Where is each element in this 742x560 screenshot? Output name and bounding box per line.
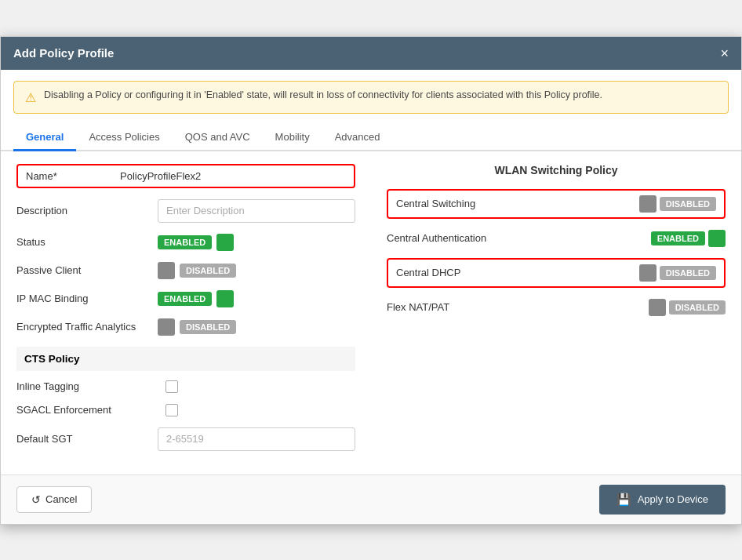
central-dhcp-toggle[interactable]: DISABLED [639,264,716,282]
passive-client-row: Passive Client DISABLED [16,262,355,279]
status-label: Status [16,236,158,248]
central-switching-label: Central Switching [396,198,639,209]
warning-banner: ⚠ Disabling a Policy or configuring it i… [13,81,729,114]
cancel-label: Cancel [45,493,77,505]
ip-mac-row: IP MAC Binding ENABLED [16,290,355,307]
encrypted-toggle[interactable]: DISABLED [158,318,236,336]
inline-tagging-label: Inline Tagging [16,380,158,392]
default-sgt-row: Default SGT [16,427,355,451]
modal-footer: ↺ Cancel 💾 Apply to Device [1,475,741,524]
encrypted-row: Encrypted Traffic Analytics DISABLED [16,318,355,336]
central-auth-row: Central Authentication ENABLED [387,230,726,247]
central-switching-toggle[interactable]: DISABLED [639,195,716,213]
ip-mac-toggle[interactable]: ENABLED [158,290,234,307]
sgacl-checkbox[interactable] [165,404,178,416]
passive-client-toggle[interactable]: DISABLED [158,262,236,279]
flex-nat-row: Flex NAT/PAT DISABLED [387,299,726,316]
name-label: Name* [26,170,120,182]
flex-nat-label: Flex NAT/PAT [387,301,649,313]
tab-qos-avc[interactable]: QOS and AVC [173,125,263,151]
description-input[interactable] [158,199,355,223]
name-input[interactable] [120,170,346,182]
status-toggle[interactable]: ENABLED [158,234,234,251]
encrypted-value: DISABLED [180,320,236,334]
passive-client-label: Passive Client [16,264,158,276]
description-row: Description [16,199,355,223]
central-dhcp-value: DISABLED [660,266,716,280]
inline-tagging-row: Inline Tagging [16,380,355,393]
sgacl-label: SGACL Enforcement [16,404,158,416]
flex-nat-switch[interactable] [649,299,666,316]
default-sgt-label: Default SGT [16,433,158,445]
ip-mac-label: IP MAC Binding [16,293,158,304]
passive-client-switch[interactable] [158,262,175,279]
description-label: Description [16,205,158,216]
tab-general[interactable]: General [13,125,76,151]
wlan-title: WLAN Switching Policy [387,164,726,176]
status-value: ENABLED [158,235,212,249]
sgacl-row: SGACL Enforcement [16,404,355,416]
flex-nat-toggle[interactable]: DISABLED [649,299,726,316]
encrypted-label: Encrypted Traffic Analytics [16,321,158,333]
central-switching-row: Central Switching DISABLED [387,189,726,219]
warning-text: Disabling a Policy or configuring it in … [44,89,602,100]
modal: Add Policy Profile × ⚠ Disabling a Polic… [0,36,742,525]
cts-section-title: CTS Policy [16,347,355,371]
default-sgt-input[interactable] [158,427,355,451]
encrypted-switch[interactable] [158,318,175,336]
ip-mac-value: ENABLED [158,292,212,306]
modal-header: Add Policy Profile × [1,37,741,70]
cancel-button[interactable]: ↺ Cancel [16,486,92,513]
central-auth-toggle[interactable]: ENABLED [651,230,726,247]
tab-advanced[interactable]: Advanced [322,125,393,151]
central-switching-switch[interactable] [639,195,657,213]
central-auth-value: ENABLED [651,231,705,245]
central-dhcp-switch[interactable] [639,264,657,282]
passive-client-value: DISABLED [180,264,236,278]
cancel-icon: ↺ [31,493,41,506]
flex-nat-value: DISABLED [669,300,726,315]
close-button[interactable]: × [720,46,729,60]
left-panel: Name* Description Status ENABLED Passive… [16,164,355,462]
warning-icon: ⚠ [25,90,36,105]
central-auth-switch[interactable] [708,230,726,247]
modal-body: Name* Description Status ENABLED Passive… [1,151,741,475]
right-panel: WLAN Switching Policy Central Switching … [387,164,726,462]
central-switching-value: DISABLED [660,197,716,211]
apply-label: Apply to Device [638,493,708,505]
central-dhcp-row: Central DHCP DISABLED [387,258,726,288]
inline-tagging-checkbox[interactable] [165,380,178,393]
ip-mac-switch[interactable] [216,290,234,307]
name-row: Name* [16,164,355,188]
central-auth-label: Central Authentication [387,232,651,244]
tab-bar: General Access Policies QOS and AVC Mobi… [1,125,741,151]
tab-mobility[interactable]: Mobility [263,125,322,151]
modal-title: Add Policy Profile [13,46,114,60]
status-row: Status ENABLED [16,234,355,251]
tab-access-policies[interactable]: Access Policies [76,125,172,151]
status-switch[interactable] [216,234,234,251]
central-dhcp-label: Central DHCP [396,267,639,278]
save-icon: 💾 [617,493,631,507]
apply-button[interactable]: 💾 Apply to Device [599,485,726,515]
